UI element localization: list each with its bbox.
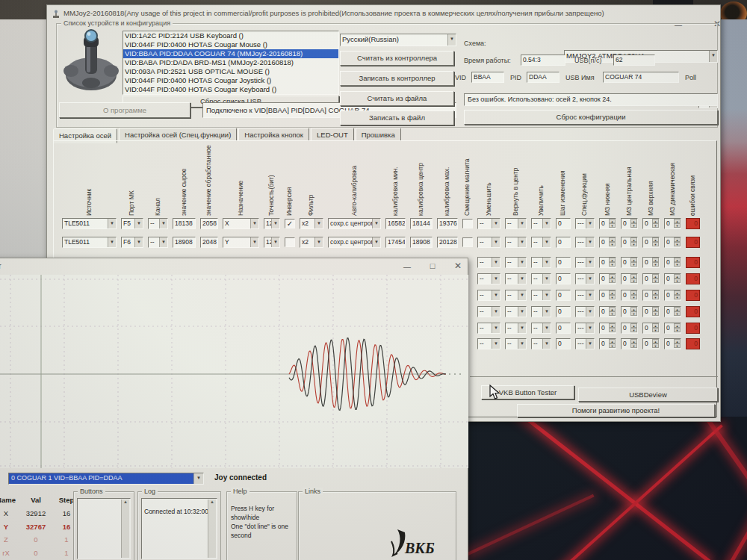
dz-low-stepper[interactable]: 0▲▼ [599, 290, 616, 301]
chevron-down-icon[interactable]: ▼ [250, 237, 258, 247]
center-dropdown[interactable]: --▼ [505, 323, 527, 334]
chevron-down-icon[interactable]: ▼ [586, 290, 594, 300]
device-list-item[interactable]: VID:044F PID:0400 HOTAS Cougar Joystick … [123, 76, 338, 85]
step-field[interactable]: 0 [556, 323, 571, 334]
chevron-down-icon[interactable]: ▼ [586, 219, 594, 228]
inc-dropdown[interactable]: --▼ [531, 237, 551, 248]
cal-max-field[interactable]: 19376 [437, 218, 458, 229]
chevron-down-icon[interactable]: ▼ [586, 323, 594, 333]
dz-center-stepper[interactable]: 0▲▼ [621, 218, 638, 229]
chevron-down-icon[interactable]: ▼ [134, 237, 143, 247]
filter-dropdown[interactable]: x2▼ [300, 237, 323, 248]
tester-close-button[interactable]: ✕ [450, 261, 465, 271]
dz-high-stepper[interactable]: 0▲▼ [642, 273, 660, 284]
cal-center-field[interactable]: 18144 [410, 218, 433, 229]
spec-dropdown[interactable]: ---▼ [575, 290, 595, 301]
dz-dynamic-stepper[interactable]: 0▲▼ [664, 273, 681, 284]
dz-low-stepper[interactable]: 0▲▼ [599, 273, 616, 284]
dz-dynamic-stepper[interactable]: 0▲▼ [664, 290, 681, 301]
source-dropdown[interactable]: TLE5011▼ [62, 218, 117, 229]
center-dropdown[interactable]: --▼ [505, 338, 527, 349]
dec-dropdown[interactable]: --▼ [477, 273, 500, 284]
dz-low-stepper[interactable]: 0▲▼ [599, 323, 616, 334]
chevron-down-icon[interactable]: ▼ [314, 237, 323, 247]
device-list-item[interactable]: VID:BBAA PID:DDAA COGUAR 74 (MMJoy2-2016… [123, 49, 338, 58]
dz-dynamic-stepper[interactable]: 0▲▼ [664, 257, 681, 268]
spec-dropdown[interactable]: ---▼ [575, 338, 595, 349]
chevron-down-icon[interactable]: ▼ [542, 237, 551, 247]
assign-dropdown[interactable]: Y▼ [223, 237, 259, 248]
cal-center-field[interactable]: 18908 [410, 237, 433, 248]
scrollbar[interactable]: ▲ [121, 500, 129, 558]
cal-min-field[interactable]: 17454 [385, 237, 406, 248]
dz-dynamic-stepper[interactable]: 0▲▼ [664, 323, 681, 334]
magnet-checkbox[interactable] [462, 219, 473, 228]
chevron-down-icon[interactable]: ▼ [542, 274, 551, 284]
chevron-down-icon[interactable]: ▼ [492, 339, 500, 349]
invert-checkbox[interactable]: ✓ [285, 219, 295, 228]
dz-low-stepper[interactable]: 0▲▼ [599, 257, 616, 268]
dec-dropdown[interactable]: --▼ [477, 290, 500, 301]
device-list-item[interactable]: VID:BABA PID:DADA BRD-MS1 (MMJoy2-201608… [123, 58, 338, 67]
chevron-down-icon[interactable]: ▼ [492, 307, 500, 317]
dz-high-stepper[interactable]: 0▲▼ [642, 257, 660, 268]
channel-dropdown[interactable]: --▼ [148, 218, 168, 229]
inc-dropdown[interactable]: --▼ [531, 290, 551, 301]
inc-dropdown[interactable]: --▼ [531, 273, 551, 284]
chevron-down-icon[interactable]: ▼ [586, 307, 594, 317]
inc-dropdown[interactable]: --▼ [531, 323, 551, 334]
dec-dropdown[interactable]: --▼ [477, 257, 500, 268]
inc-dropdown[interactable]: --▼ [531, 338, 551, 349]
dz-low-stepper[interactable]: 0▲▼ [599, 338, 616, 349]
pid-field[interactable]: DDAA [527, 72, 560, 83]
dz-low-stepper[interactable]: 0▲▼ [599, 237, 616, 248]
chevron-down-icon[interactable]: ▼ [271, 219, 279, 228]
processed-field[interactable]: 2048 [200, 237, 218, 248]
chevron-down-icon[interactable]: ▼ [492, 290, 500, 300]
chevron-down-icon[interactable]: ▼ [709, 51, 717, 62]
write-controller-button[interactable]: Записать в контроллер [340, 71, 454, 86]
dz-high-stepper[interactable]: 0▲▼ [642, 290, 660, 301]
scrollbar[interactable]: ▲ [208, 500, 216, 558]
step-field[interactable]: 0 [556, 290, 571, 301]
chevron-down-icon[interactable]: ▼ [447, 34, 456, 46]
cal-min-field[interactable]: 16582 [385, 218, 406, 229]
chevron-down-icon[interactable]: ▼ [492, 237, 500, 247]
tester-device-combo[interactable]: 0 COGUAR 1 VID=BBAA PID=DDAA ▼ [8, 473, 204, 485]
about-button[interactable]: О программе [59, 102, 190, 118]
chevron-down-icon[interactable]: ▼ [159, 237, 167, 247]
chevron-down-icon[interactable]: ▼ [492, 219, 500, 228]
usbdeview-button[interactable]: USBDeview [578, 388, 718, 402]
spec-dropdown[interactable]: ---▼ [575, 257, 595, 268]
read-controller-button[interactable]: Считать из контроллера [340, 51, 454, 66]
center-dropdown[interactable]: --▼ [505, 237, 527, 248]
chevron-down-icon[interactable]: ▼ [193, 473, 203, 484]
device-list-item[interactable]: VID:044F PID:0400 HOTAS Cougar Mouse () [123, 40, 338, 49]
assign-dropdown[interactable]: X▼ [223, 218, 259, 229]
center-dropdown[interactable]: --▼ [505, 218, 527, 229]
chevron-down-icon[interactable]: ▼ [314, 219, 323, 228]
usb-name-field[interactable]: COGUAR 74 [603, 72, 679, 83]
port-dropdown[interactable]: F5▼ [121, 218, 143, 229]
raw-field[interactable]: 18908 [173, 237, 196, 248]
center-dropdown[interactable]: --▼ [505, 273, 527, 284]
spec-dropdown[interactable]: ---▼ [575, 218, 595, 229]
chevron-down-icon[interactable]: ▼ [518, 307, 526, 317]
autocal-dropdown[interactable]: сохр.с центром▼ [328, 218, 381, 229]
filter-dropdown[interactable]: x2▼ [300, 218, 323, 229]
chevron-down-icon[interactable]: ▼ [586, 237, 594, 247]
dz-dynamic-stepper[interactable]: 0▲▼ [664, 338, 681, 349]
chevron-down-icon[interactable]: ▼ [159, 219, 167, 228]
chevron-down-icon[interactable]: ▼ [372, 219, 380, 228]
dz-dynamic-stepper[interactable]: 0▲▼ [664, 306, 681, 317]
tab-5[interactable]: Прошивка [356, 128, 401, 141]
inc-dropdown[interactable]: --▼ [531, 257, 551, 268]
step-field[interactable]: 0 [556, 218, 571, 229]
dz-center-stepper[interactable]: 0▲▼ [621, 290, 638, 301]
dz-high-stepper[interactable]: 0▲▼ [642, 338, 660, 349]
device-list-item[interactable]: VID:093A PID:2521 USB OPTICAL MOUSE () [123, 67, 338, 76]
chevron-down-icon[interactable]: ▼ [542, 323, 551, 333]
channel-dropdown[interactable]: --▼ [148, 237, 168, 248]
center-dropdown[interactable]: --▼ [505, 257, 527, 268]
chevron-down-icon[interactable]: ▼ [492, 258, 500, 267]
